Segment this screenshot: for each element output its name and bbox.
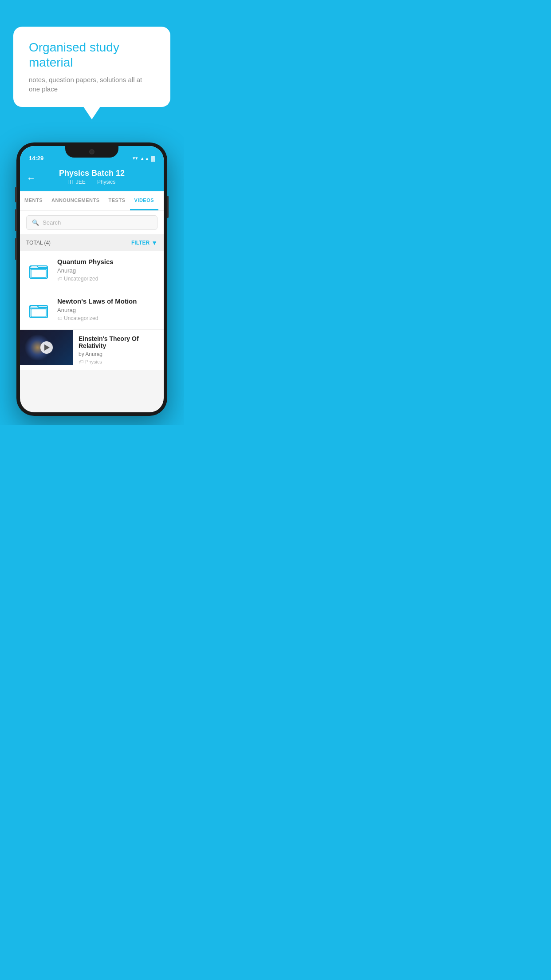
tabs-container: MENTS ANNOUNCEMENTS TESTS VIDEOS — [20, 191, 164, 211]
volume-down-button — [15, 209, 17, 231]
subtitle-part-1: IIT JEE — [68, 179, 86, 185]
video-info: Einstein's Theory Of Relativity by Anura… — [73, 330, 164, 370]
search-input-container[interactable]: 🔍 Search — [26, 215, 157, 230]
tag-icon: 🏷 — [79, 359, 83, 364]
tag-label: Uncategorized — [64, 315, 98, 321]
filter-label: FILTER — [131, 240, 150, 246]
status-time: 14:29 — [29, 155, 43, 162]
folder-icon — [28, 260, 49, 281]
phone-container: 14:29 ▾▾ ▲▲ ▓ ← Physics Batch 12 IIT JEE… — [0, 142, 184, 425]
list-item[interactable]: Einstein's Theory Of Relativity by Anura… — [20, 330, 164, 370]
extra-button — [15, 238, 17, 260]
subtitle-part-2: Physics — [97, 179, 115, 185]
folder-icon — [28, 299, 49, 320]
tab-tests[interactable]: TESTS — [104, 191, 130, 210]
bubble-subtitle: notes, question papers, solutions all at… — [29, 75, 155, 94]
tab-announcements[interactable]: ANNOUNCEMENTS — [47, 191, 104, 210]
speech-bubble: Organised study material notes, question… — [13, 27, 170, 107]
signal-icon: ▲▲ — [140, 156, 150, 161]
folder-thumbnail — [26, 297, 51, 322]
phone-frame: 14:29 ▾▾ ▲▲ ▓ ← Physics Batch 12 IIT JEE… — [16, 142, 167, 416]
svg-rect-5 — [31, 309, 46, 317]
filter-icon: ▼ — [151, 239, 157, 246]
tag-icon: 🏷 — [57, 316, 62, 321]
video-tag: 🏷 Uncategorized — [57, 315, 157, 321]
tab-videos[interactable]: VIDEOS — [130, 191, 159, 210]
video-thumbnail-image — [20, 330, 73, 365]
tag-label: Physics — [85, 359, 102, 364]
play-triangle-icon — [44, 344, 50, 351]
filter-button[interactable]: FILTER ▼ — [131, 239, 157, 246]
video-tag: 🏷 Uncategorized — [57, 276, 157, 282]
tab-ments[interactable]: MENTS — [20, 191, 47, 210]
video-tag: 🏷 Physics — [79, 359, 158, 364]
back-button[interactable]: ← — [27, 173, 35, 183]
tag-label: Uncategorized — [64, 276, 98, 282]
top-section: Organised study material notes, question… — [0, 0, 184, 120]
folder-thumbnail — [26, 258, 51, 283]
video-title: Quantum Physics — [57, 258, 157, 265]
video-author: Anurag — [57, 267, 157, 274]
video-author: by Anurag — [79, 351, 158, 357]
power-button — [167, 196, 169, 218]
camera-dot — [89, 149, 94, 154]
bubble-title: Organised study material — [29, 40, 155, 70]
video-title: Einstein's Theory Of Relativity — [79, 335, 158, 349]
svg-rect-2 — [31, 269, 46, 277]
video-info: Quantum Physics Anurag 🏷 Uncategorized — [57, 258, 157, 282]
play-button[interactable] — [40, 341, 53, 354]
app-header: ← Physics Batch 12 IIT JEE Physics — [20, 164, 164, 191]
volume-up-button — [15, 187, 17, 202]
tag-icon: 🏷 — [57, 276, 62, 281]
search-icon: 🔍 — [32, 219, 39, 226]
phone-notch — [65, 146, 118, 158]
status-icons: ▾▾ ▲▲ ▓ — [133, 155, 155, 161]
video-list: Quantum Physics Anurag 🏷 Uncategorized — [20, 251, 164, 370]
total-count: TOTAL (4) — [26, 240, 51, 246]
battery-icon: ▓ — [151, 156, 155, 161]
video-info: Newton's Laws of Motion Anurag 🏷 Uncateg… — [57, 297, 157, 321]
subtitle-divider — [91, 179, 94, 185]
phone-screen: 14:29 ▾▾ ▲▲ ▓ ← Physics Batch 12 IIT JEE… — [20, 146, 164, 412]
header-title: Physics Batch 12 — [27, 169, 157, 178]
list-item[interactable]: Newton's Laws of Motion Anurag 🏷 Uncateg… — [20, 290, 164, 330]
video-title: Newton's Laws of Motion — [57, 297, 157, 305]
search-placeholder: Search — [43, 219, 61, 226]
filter-bar: TOTAL (4) FILTER ▼ — [20, 235, 164, 251]
search-bar: 🔍 Search — [20, 211, 164, 235]
wifi-icon: ▾▾ — [133, 155, 138, 161]
video-author: Anurag — [57, 307, 157, 313]
header-subtitle: IIT JEE Physics — [27, 179, 157, 185]
list-item[interactable]: Quantum Physics Anurag 🏷 Uncategorized — [20, 251, 164, 290]
